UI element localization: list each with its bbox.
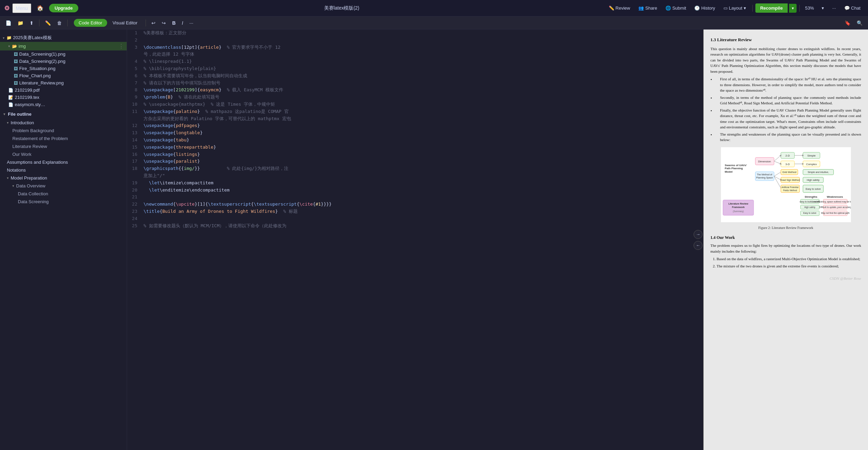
recompile-dropdown-button[interactable]: ▾ (789, 4, 797, 13)
menu-button[interactable]: Menu (12, 3, 31, 13)
tree-file-1[interactable]: 🖼 Data_Screening(2).png (0, 58, 127, 65)
preview-panel[interactable]: 1.3 Literature Review This question is m… (703, 30, 868, 450)
submit-button[interactable]: 🌐 Submit (662, 4, 689, 12)
table-row: 4 % \linespread{1.1} (127, 58, 703, 65)
sidebar-item-our-work[interactable]: Our Work (0, 150, 127, 158)
svg-text:Planning Space: Planning Space (756, 176, 773, 179)
submit-icon: 🌐 (665, 5, 671, 11)
sidebar: ▾ 📁 2025美赛Latex模板 ▾ 📂 img ⋮ 🖼 Data_Scree… (0, 30, 127, 450)
file-icon-pdf: 📄 (8, 88, 13, 93)
svg-text:Easy to solve: Easy to solve (803, 212, 816, 215)
img-folder-icon: 📂 (12, 44, 17, 49)
edit-icon-button[interactable]: ✏️ (43, 19, 53, 27)
recompile-button[interactable]: Recompile (755, 3, 788, 13)
svg-line-13 (774, 155, 781, 161)
sidebar-item-data-collection[interactable]: Data Collection (0, 190, 127, 198)
img-folder-chevron: ▾ (8, 44, 10, 48)
tree-img-folder[interactable]: ▾ 📂 img ⋮ (0, 42, 127, 50)
table-row: 14 \usepackage{tabu} (127, 137, 703, 144)
redo-button[interactable]: ↪ (160, 19, 168, 27)
open-folder-button[interactable]: 📁 (15, 19, 25, 27)
visual-editor-tab[interactable]: Visual Editor (108, 19, 142, 27)
sidebar-item-introduction[interactable]: ▾ Introduction (0, 119, 127, 127)
home-button[interactable]: 🏠 (34, 3, 46, 13)
layout-icon: ▭ (723, 5, 728, 11)
main-content: ▾ 📁 2025美赛Latex模板 ▾ 📂 img ⋮ 🖼 Data_Scree… (0, 30, 868, 450)
tree-file-sty[interactable]: 📄 easymcm.sty… (0, 101, 127, 108)
upload-button[interactable]: ⬆ (27, 19, 36, 27)
svg-text:Low efficiency, space outlined: Low efficiency, space outlined may be to… (812, 200, 851, 203)
preview-numbered-list: Based on the data of wildfires, a raster… (710, 256, 861, 269)
upgrade-button[interactable]: Upgrade (49, 4, 78, 12)
overflow-menu-button[interactable]: ··· (829, 4, 840, 12)
table-row: 8 \usepackage[2102199]{easymcm} % 载入 Eas… (127, 86, 703, 94)
sidebar-item-restatement[interactable]: Restatement of the Problem (0, 135, 127, 142)
delete-button[interactable]: 🗑 (55, 19, 64, 27)
table-row: 13 \usepackage{longtable} (127, 129, 703, 137)
chat-icon: 💬 (844, 5, 850, 11)
bold-button[interactable]: B (170, 19, 178, 27)
table-row: 12 \usepackage{pdfpages} (127, 122, 703, 129)
svg-text:Difficult to update, poor accu: Difficult to update, poor accuracy (819, 206, 851, 209)
tree-file-pdf[interactable]: 📄 2102199.pdf (0, 86, 127, 94)
toolbar-divider-2 (67, 20, 68, 26)
layout-button[interactable]: ▭ Layout ▾ (720, 4, 750, 12)
sidebar-item-problem-background[interactable]: Problem Background (0, 127, 127, 135)
sidebar-item-notations[interactable]: Notations (0, 166, 127, 174)
undo-button[interactable]: ↩ (149, 19, 158, 27)
table-row: 17 \usepackage{paralist} (127, 158, 703, 165)
review-button[interactable]: ✏️ Review (605, 4, 634, 12)
history-icon: 🕐 (694, 5, 700, 11)
zoom-level: 53% (802, 5, 817, 11)
zoom-dropdown-button[interactable]: ▾ (818, 4, 827, 12)
tree-file-tex[interactable]: 📝 2102199.tex (0, 94, 127, 101)
history-button[interactable]: 🕐 History (691, 4, 718, 12)
nav-left-arrow[interactable]: ← (694, 241, 703, 250)
new-file-button[interactable]: 📄 (3, 19, 13, 27)
table-row: 5 % \bibliographystyle{plain} (127, 65, 703, 72)
editor-tab-group: Code Editor Visual Editor (74, 19, 142, 27)
sidebar-scroll[interactable]: ▾ 📁 2025美赛Latex模板 ▾ 📂 img ⋮ 🖼 Data_Scree… (0, 30, 127, 450)
share-button[interactable]: 👥 Share (635, 4, 661, 12)
table-row: 21 (127, 194, 703, 201)
sidebar-item-model-preparation[interactable]: ▾ Model Preparation (0, 174, 127, 182)
root-folder-icon: 📁 (7, 35, 12, 40)
chat-button[interactable]: 💬 Chat (841, 4, 864, 12)
nav-right-arrow[interactable]: → (694, 230, 703, 239)
tree-file-4[interactable]: 🖼 Literature_Review.png (0, 79, 127, 86)
table-row: 16 \usepackage{listings} (127, 151, 703, 158)
tree-file-3[interactable]: 🖼 Flow_Chart.png (0, 72, 127, 79)
sidebar-item-data-screening[interactable]: Data Screening (0, 198, 127, 206)
more-options-button[interactable]: ··· (187, 19, 195, 27)
italic-button[interactable]: I (180, 19, 185, 27)
preview-bullet-1: Secondly, in terms of the method of plan… (715, 95, 861, 106)
svg-text:2-D: 2-D (785, 154, 790, 157)
code-editor[interactable]: 1 %美赛模板：正文部分 2 3 \documentclass[12pt]{ar… (127, 30, 703, 450)
preview-bullet-2: Finally, the objective function of the U… (715, 107, 861, 130)
svg-text:3-D: 3-D (785, 162, 790, 165)
tree-file-0[interactable]: 🖼 Data_Screening(1).png (0, 50, 127, 58)
table-row: 25 % 如需要修改题头（默认为 MCM/ICM），请使用以下命令（此处修改为 (127, 222, 703, 230)
sidebar-item-literature-review[interactable]: Literature Review (0, 142, 127, 150)
svg-text:May not find the optimal path: May not find the optimal path (821, 212, 849, 215)
nav-actions: ✏️ Review 👥 Share 🌐 Submit 🕐 History ▭ L… (605, 3, 864, 13)
file-icon-tex: 📝 (8, 95, 13, 100)
data-overview-chevron-icon: ▾ (12, 184, 14, 188)
sidebar-item-data-overview[interactable]: ▾ Data Overview (0, 182, 127, 190)
svg-text:Simple and intuitive,: Simple and intuitive, (808, 171, 829, 174)
search-button[interactable]: 🔍 (855, 19, 865, 27)
preview-figure-chart: Swarms of UAVs' Path Planning Model Dime… (710, 147, 861, 231)
code-editor-tab[interactable]: Code Editor (74, 19, 107, 27)
table-row: 3 \documentclass[12pt]{article} % 官方要求字号… (127, 44, 703, 58)
bookmark-button[interactable]: 🔖 (843, 19, 853, 27)
sidebar-item-assumptions[interactable]: Assumptions and Explanations (0, 158, 127, 166)
img-folder-more-icon[interactable]: ⋮ (118, 43, 124, 49)
tree-file-2[interactable]: 🖼 Fire_Situation.png (0, 65, 127, 72)
file-icon-sty: 📄 (8, 102, 13, 107)
file-outline-header[interactable]: ▾ File outline (0, 109, 127, 119)
model-chevron-icon: ▾ (7, 176, 9, 180)
tree-root-folder[interactable]: ▾ 📁 2025美赛Latex模板 (0, 34, 127, 42)
document-title: 美赛latex模版(2) (81, 5, 603, 11)
svg-text:Simple: Simple (807, 154, 816, 157)
layout-chevron-icon: ▾ (744, 5, 746, 11)
